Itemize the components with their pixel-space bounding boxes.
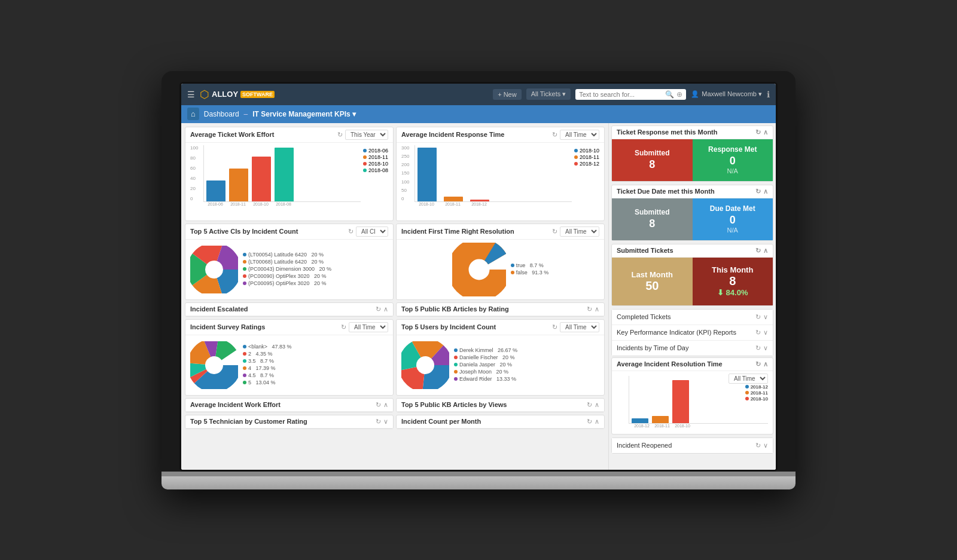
avg-ticket-work-panel: Average Ticket Work Effort ↻ This Year — [185, 127, 394, 221]
refresh-icon-8[interactable]: ↻ — [552, 323, 557, 331]
refresh-icon-9[interactable]: ↻ — [376, 401, 381, 409]
sidebar-bar-2018-11 — [652, 416, 669, 423]
incident-first-title: Incident First Time Right Resolution — [401, 228, 514, 235]
refresh-icon-12[interactable]: ↻ — [587, 418, 592, 426]
ticket-due-panel: Ticket Due Date met this Month ↻ ∧ Submi… — [611, 185, 773, 241]
sidebar-bar-2018-10 — [672, 380, 689, 423]
incident-survey-title: Incident Survey Ratings — [190, 323, 265, 331]
refresh-icon-5[interactable]: ↻ — [376, 305, 381, 313]
incident-first-panel: Incident First Time Right Resolution ↻ A… — [396, 224, 605, 300]
filter-button[interactable]: All Tickets ▾ — [526, 88, 571, 100]
incident-count-title: Incident Count per Month — [401, 418, 481, 425]
refresh-icon-c3[interactable]: ↻ — [755, 344, 761, 352]
collapse-icon-4[interactable]: ∧ — [595, 401, 599, 409]
bar-2018-06 — [206, 180, 225, 201]
incident-first-pie — [452, 243, 506, 296]
refresh-icon-10[interactable]: ↻ — [587, 401, 592, 409]
refresh-icon-c2[interactable]: ↻ — [755, 329, 761, 336]
search-icon[interactable]: 🔍 — [665, 90, 674, 99]
page-title[interactable]: IT Service Management KPIs ▾ — [252, 110, 356, 118]
top5-users-title: Top 5 Users by Incident Count — [401, 323, 496, 331]
top5-cis-pie — [190, 246, 238, 293]
incident-escalated-title: Incident Escalated — [190, 305, 248, 313]
completed-tickets-item[interactable]: Completed Tickets ↻ ∨ — [612, 310, 773, 325]
last-month-card: Last Month 50 — [612, 258, 693, 305]
refresh-icon-6[interactable]: ↻ — [587, 305, 592, 313]
expand-icon-c3[interactable]: ∨ — [763, 344, 768, 352]
home-icon[interactable]: ⌂ — [187, 108, 199, 120]
top5-kb-views-title: Top 5 Public KB Articles by Views — [401, 401, 507, 408]
collapse-icon-5[interactable]: ∨ — [383, 418, 388, 426]
users-legend: Derek Kimmel 26.67 % Danielle Fischer 20… — [454, 347, 517, 383]
zoom-icon[interactable]: ⊕ — [676, 90, 682, 99]
refresh-icon-3[interactable]: ↻ — [348, 228, 353, 235]
avg-incident-work-panel: Average Incident Work Effort ↻ ∧ — [185, 398, 394, 412]
this-year-select[interactable]: This Year — [345, 130, 388, 140]
refresh-icon-c1[interactable]: ↻ — [755, 313, 761, 321]
refresh-icon-7[interactable]: ↻ — [341, 323, 346, 331]
incident-first-legend: true 8.7 % false 91.3 % — [511, 262, 549, 277]
refresh-icon-r1[interactable]: ↻ — [755, 128, 761, 136]
all-time-select-2[interactable]: All Time — [560, 227, 599, 237]
all-time-select-4[interactable]: All Time — [560, 322, 599, 332]
expand-icon-c2[interactable]: ∨ — [763, 329, 768, 336]
response-met-card: Response Met 0 N/A — [693, 139, 773, 181]
help-icon[interactable]: ℹ — [767, 90, 770, 99]
all-ci-select[interactable]: All CI — [356, 227, 388, 237]
refresh-icon-r3[interactable]: ↻ — [755, 247, 761, 255]
search-input[interactable] — [579, 91, 663, 98]
incident-escalated-panel: Incident Escalated ↻ ∧ — [185, 302, 394, 317]
all-time-select-3[interactable]: All Time — [349, 322, 388, 332]
technician-rating-panel: Top 5 Technician by Customer Rating ↻ ∨ — [185, 415, 394, 429]
all-time-select-sidebar[interactable]: All Time — [729, 374, 768, 384]
ticket-response-title: Ticket Response met this Month — [617, 128, 718, 136]
refresh-icon-r2[interactable]: ↻ — [755, 188, 761, 195]
incident-reopened-item[interactable]: Incident Reopened ↻ ∨ — [612, 438, 773, 453]
collapse-icon-3[interactable]: ∧ — [383, 401, 388, 409]
user-menu[interactable]: 👤 Maxwell Newcomb ▾ — [691, 90, 762, 98]
survey-pie — [190, 341, 238, 389]
breadcrumb-separator: – — [244, 110, 248, 118]
avg-resolution-title: Average Incident Resolution Time — [617, 360, 723, 368]
expand-icon-cr[interactable]: ∨ — [763, 442, 768, 449]
collapse-icon-r3[interactable]: ∧ — [763, 247, 768, 255]
refresh-icon-4[interactable]: ↻ — [552, 228, 557, 235]
bar-2018-10 — [252, 157, 271, 201]
incident-survey-panel: Incident Survey Ratings ↻ All Time — [185, 319, 394, 396]
incident-count-panel: Incident Count per Month ↻ ∧ — [396, 415, 605, 429]
breadcrumb-parent: Dashboard — [204, 110, 239, 118]
top5-kb-panel: Top 5 Public KB Articles by Rating ↻ ∧ — [396, 302, 605, 317]
refresh-icon[interactable]: ↻ — [337, 131, 343, 139]
refresh-icon-cr[interactable]: ↻ — [755, 442, 761, 449]
collapsed-panels-list: Completed Tickets ↻ ∨ Key Performance In… — [611, 309, 773, 356]
app-name: ALLOY — [212, 90, 238, 99]
collapse-icon-r1[interactable]: ∧ — [763, 128, 768, 136]
collapse-icon-r2[interactable]: ∧ — [763, 188, 768, 195]
refresh-icon-2[interactable]: ↻ — [552, 131, 557, 139]
collapse-icon-1[interactable]: ∧ — [383, 305, 388, 313]
due-submitted-card: Submitted 8 — [612, 198, 693, 240]
all-time-select-1[interactable]: All Time — [560, 130, 599, 140]
hamburger-icon[interactable]: ☰ — [187, 90, 195, 99]
search-box: 🔍 ⊕ — [575, 89, 686, 100]
refresh-icon-r4[interactable]: ↻ — [755, 360, 761, 368]
survey-legend: <blank> 47.83 % 2 4.35 % 3.5 8.7 % 4 17.… — [243, 344, 292, 387]
top5-kb-title: Top 5 Public KB Articles by Rating — [401, 305, 509, 313]
sidebar-bar-2018-12 — [632, 418, 648, 423]
kpi-reports-item[interactable]: Key Performance Indicator (KPI) Reports … — [612, 325, 773, 341]
collapse-icon-6[interactable]: ∧ — [595, 418, 599, 426]
new-button[interactable]: + New — [493, 89, 522, 100]
refresh-icon-11[interactable]: ↻ — [376, 418, 381, 426]
incidents-time-item[interactable]: Incidents by Time of Day ↻ ∨ — [612, 341, 773, 356]
top5-cis-panel: Top 5 Active CIs by Incident Count ↻ All… — [185, 224, 394, 300]
submitted-tickets-panel: Submitted Tickets ↻ ∧ Last Month 50 This… — [611, 244, 773, 306]
ticket-response-panel: Ticket Response met this Month ↻ ∧ Submi… — [611, 126, 773, 182]
collapse-icon-2[interactable]: ∧ — [595, 305, 599, 313]
collapse-icon-r4[interactable]: ∧ — [763, 360, 768, 368]
expand-icon-c1[interactable]: ∨ — [763, 313, 768, 321]
top5-users-panel: Top 5 Users by Incident Count ↻ All Time — [396, 319, 605, 396]
top5-kb-views-panel: Top 5 Public KB Articles by Views ↻ ∧ — [396, 398, 605, 412]
bar2-2018-11 — [444, 197, 463, 201]
bar-2018-08 — [275, 148, 294, 201]
avg-incident-response-panel: Average Incident Response Time ↻ All Tim… — [396, 127, 605, 221]
